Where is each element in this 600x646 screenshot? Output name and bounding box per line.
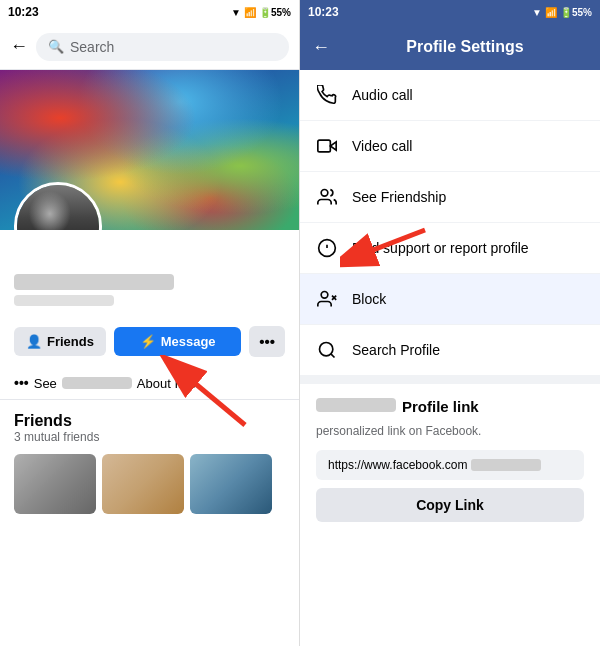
see-about-section: ••• See About Info xyxy=(0,367,299,400)
profile-link-title: Profile link xyxy=(402,398,479,415)
name-blur xyxy=(62,377,132,389)
menu-item-find-support[interactable]: Find support or report profile xyxy=(300,223,600,274)
svg-line-12 xyxy=(331,354,335,358)
friends-grid xyxy=(14,454,285,514)
svg-point-8 xyxy=(321,292,328,299)
more-button[interactable]: ••• xyxy=(249,326,285,357)
video-icon xyxy=(316,135,338,157)
block-label: Block xyxy=(352,291,386,307)
menu-item-video-call[interactable]: Video call xyxy=(300,121,600,172)
friends-title: Friends xyxy=(14,412,285,430)
url-bar: https://www.facebook.com xyxy=(316,450,584,480)
profile-name xyxy=(14,274,174,290)
status-icons-left: ▼ 📶 🔋55% xyxy=(231,7,291,18)
see-friendship-label: See Friendship xyxy=(352,189,446,205)
messenger-icon: ⚡ xyxy=(140,334,156,349)
header-right: ← Profile Settings xyxy=(300,24,600,70)
search-bar: ← 🔍 Search xyxy=(0,24,299,70)
url-blur xyxy=(471,459,541,471)
search-profile-icon xyxy=(316,339,338,361)
video-call-label: Video call xyxy=(352,138,412,154)
svg-rect-3 xyxy=(318,140,331,152)
menu-item-see-friendship[interactable]: See Friendship xyxy=(300,172,600,223)
friendship-icon xyxy=(316,186,338,208)
status-bar-left: 10:23 ▼ 📶 🔋55% xyxy=(0,0,299,24)
friends-button[interactable]: 👤 Friends xyxy=(14,327,106,356)
flag-icon xyxy=(316,237,338,259)
see-label: See xyxy=(34,376,57,391)
status-icons-right: ▼ 📶 🔋55% xyxy=(532,7,592,18)
back-button-right[interactable]: ← xyxy=(312,37,330,58)
friend-thumb-2[interactable] xyxy=(102,454,184,514)
menu-item-block[interactable]: Block xyxy=(300,274,600,325)
profile-link-title-line: Profile link xyxy=(316,398,584,419)
profile-pic-inner xyxy=(17,185,99,230)
time-right: 10:23 xyxy=(308,5,339,19)
profile-name-blur xyxy=(316,398,396,412)
friends-subtitle: 3 mutual friends xyxy=(14,430,285,444)
cover-photo xyxy=(0,70,300,230)
profile-link-section: Profile link personalized link on Facebo… xyxy=(300,384,600,536)
audio-call-label: Audio call xyxy=(352,87,413,103)
header-title: Profile Settings xyxy=(342,38,588,56)
menu-list: Audio call Video call See xyxy=(300,70,600,646)
about-info-label: About Info xyxy=(137,376,196,391)
copy-link-button[interactable]: Copy Link xyxy=(316,488,584,522)
svg-point-11 xyxy=(320,343,333,356)
friend-thumb-1[interactable] xyxy=(14,454,96,514)
search-input[interactable]: Search xyxy=(70,39,114,55)
friends-icon: 👤 xyxy=(26,334,42,349)
profile-picture[interactable] xyxy=(14,182,102,230)
profile-link-desc: personalized link on Facebook. xyxy=(316,423,584,440)
svg-marker-2 xyxy=(330,142,336,150)
time-left: 10:23 xyxy=(8,5,39,19)
svg-point-4 xyxy=(321,190,328,197)
menu-item-audio-call[interactable]: Audio call xyxy=(300,70,600,121)
back-button-left[interactable]: ← xyxy=(10,36,28,57)
friend-thumb-3[interactable] xyxy=(190,454,272,514)
friends-section: Friends 3 mutual friends xyxy=(0,400,299,522)
search-container[interactable]: 🔍 Search xyxy=(36,33,289,61)
search-icon: 🔍 xyxy=(48,39,64,54)
see-about-dots: ••• xyxy=(14,375,29,391)
profile-pic-container xyxy=(14,182,102,230)
left-panel: 10:23 ▼ 📶 🔋55% ← 🔍 Search 👤 Friends xyxy=(0,0,300,646)
menu-item-search-profile[interactable]: Search Profile xyxy=(300,325,600,376)
status-bar-right: 10:23 ▼ 📶 🔋55% xyxy=(300,0,600,24)
phone-icon xyxy=(316,84,338,106)
block-icon xyxy=(316,288,338,310)
action-buttons: 👤 Friends ⚡ Message ••• xyxy=(0,316,299,367)
search-profile-label: Search Profile xyxy=(352,342,440,358)
profile-sub xyxy=(14,295,114,306)
message-button[interactable]: ⚡ Message xyxy=(114,327,241,356)
find-support-label: Find support or report profile xyxy=(352,240,529,256)
profile-section xyxy=(0,230,299,316)
divider xyxy=(300,376,600,384)
right-panel: 10:23 ▼ 📶 🔋55% ← Profile Settings Audio … xyxy=(300,0,600,646)
